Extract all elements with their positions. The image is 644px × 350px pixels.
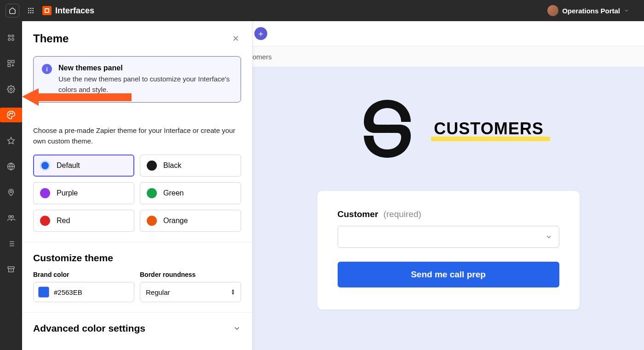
home-button[interactable] [6,4,19,17]
workspace-name: Operations Portal [562,7,620,15]
apps-grid-button[interactable] [24,4,38,17]
chevron-down-icon [624,8,629,13]
interfaces-logo [42,6,52,15]
home-icon [9,7,16,14]
svg-point-2 [32,8,34,9]
app-title: Interfaces [55,6,94,16]
topbar: Interfaces Operations Portal [0,0,644,21]
workspace-switcher[interactable]: Operations Portal [547,5,629,16]
grid-icon [27,7,34,14]
svg-point-8 [32,12,34,13]
svg-point-7 [30,12,32,13]
svg-point-1 [30,8,32,9]
svg-point-4 [30,10,32,11]
svg-point-6 [28,12,29,13]
svg-point-5 [32,10,34,11]
svg-point-0 [28,8,29,9]
svg-point-3 [28,10,29,11]
avatar [547,5,558,16]
